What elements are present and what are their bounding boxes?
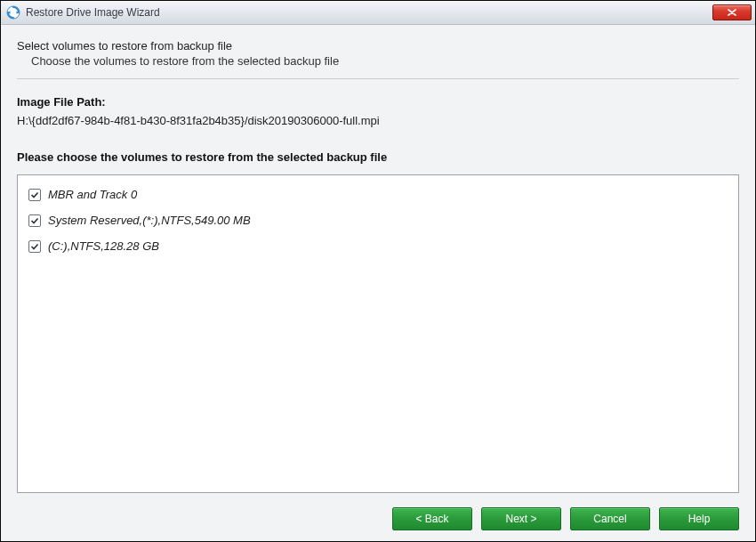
volume-label: System Reserved,(*:),NTFS,549.00 MB [48, 214, 251, 227]
volumes-prompt: Please choose the volumes to restore fro… [17, 150, 739, 164]
wizard-window: Restore Drive Image Wizard Select volume… [0, 0, 756, 542]
volume-checkbox[interactable] [28, 240, 41, 253]
volume-row: MBR and Track 0 [28, 188, 728, 201]
cancel-button[interactable]: Cancel [570, 507, 650, 530]
volume-label: (C:),NTFS,128.28 GB [48, 239, 159, 253]
volume-checkbox[interactable] [28, 189, 41, 201]
image-path-label: Image File Path: [17, 95, 739, 109]
check-icon [30, 190, 39, 199]
volume-row: System Reserved,(*:),NTFS,549.00 MB [28, 214, 728, 227]
volume-checkbox[interactable] [28, 214, 41, 227]
image-path-value: H:\{ddf2df67-984b-4f81-b430-8f31fa2b4b35… [17, 114, 739, 127]
volume-row: (C:),NTFS,128.28 GB [28, 239, 728, 253]
app-icon [6, 5, 20, 20]
close-icon [728, 9, 736, 16]
volumes-list: MBR and Track 0 System Reserved,(*:),NTF… [17, 174, 739, 493]
check-icon [30, 242, 39, 251]
page-title: Select volumes to restore from backup fi… [17, 39, 739, 53]
window-title: Restore Drive Image Wizard [26, 6, 707, 19]
back-button[interactable]: < Back [392, 507, 472, 530]
next-button[interactable]: Next > [481, 507, 561, 530]
page-subtitle: Choose the volumes to restore from the s… [31, 54, 739, 68]
content-area: Select volumes to restore from backup fi… [1, 25, 755, 541]
close-button[interactable] [712, 4, 752, 20]
button-row: < Back Next > Cancel Help [17, 493, 739, 530]
help-button[interactable]: Help [659, 507, 739, 530]
divider [17, 78, 739, 79]
titlebar: Restore Drive Image Wizard [1, 1, 755, 25]
check-icon [30, 216, 39, 225]
volume-label: MBR and Track 0 [48, 188, 137, 201]
